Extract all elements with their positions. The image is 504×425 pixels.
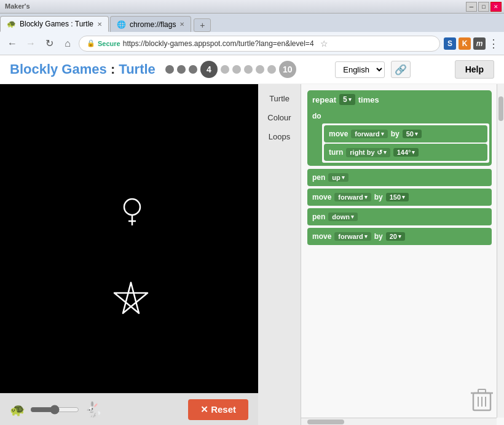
- address-input[interactable]: 🔒 Secure https://blockly-games.appspot.c…: [79, 36, 440, 52]
- block-move-2: move forward ▾ by 150 ▾: [307, 189, 492, 206]
- dot-6: [244, 65, 253, 74]
- menu-button[interactable]: ⋮: [488, 37, 499, 50]
- block-panel: Turtle Colour Loops repeat 5 ▾: [258, 84, 504, 425]
- browser-content: Blockly Games : Turtle 4 10 English: [0, 55, 504, 425]
- turtle-ring-symbol: [120, 198, 144, 231]
- move-value-1[interactable]: 50 ▾: [403, 130, 422, 138]
- turn-value[interactable]: 144° ▾: [393, 148, 419, 157]
- by-label-1: by: [391, 130, 400, 138]
- svg-marker-3: [114, 283, 148, 313]
- move-label-1: move: [329, 130, 348, 138]
- scrollbar-horizontal[interactable]: [301, 418, 497, 425]
- forward-dropdown-2[interactable]: forward ▾: [334, 193, 371, 201]
- title-bar-buttons: ─ □ ✕: [466, 2, 502, 12]
- back-button[interactable]: ←: [5, 36, 20, 51]
- new-tab-button[interactable]: +: [194, 18, 211, 32]
- tab-blockly-label: Blockly Games : Turtle: [20, 20, 93, 28]
- move-value-2[interactable]: 150 ▾: [386, 193, 409, 201]
- title-bar: Maker's ─ □ ✕: [0, 0, 504, 14]
- trash-icon: [471, 387, 493, 411]
- scrollbar-thumb-h: [307, 419, 344, 424]
- block-pen-down: pen down ▾: [307, 208, 492, 225]
- do-label: do: [312, 112, 321, 120]
- extension-icons: S K m ⋮: [444, 37, 499, 50]
- total-levels-badge[interactable]: 10: [279, 61, 296, 78]
- move-label-3: move: [312, 232, 331, 241]
- reset-button[interactable]: ✕ Reset: [188, 399, 248, 420]
- canvas-controls: 🐢 🐇 ✕ Reset: [0, 393, 258, 425]
- right-by-dropdown[interactable]: right by ↺ ▾: [346, 148, 390, 157]
- dot-7: [256, 65, 264, 74]
- maximize-button[interactable]: □: [478, 2, 489, 12]
- tab-flags-close[interactable]: ✕: [179, 21, 184, 28]
- tab-turtle[interactable]: Turtle: [258, 90, 301, 107]
- forward-button[interactable]: →: [23, 36, 38, 51]
- ext-icon-2[interactable]: K: [459, 37, 471, 50]
- svg-rect-6: [478, 389, 486, 393]
- times-label: times: [358, 95, 379, 104]
- app-controls: English 🔗: [335, 61, 411, 78]
- fast-turtle-icon: 🐇: [84, 401, 103, 418]
- close-button[interactable]: ✕: [490, 2, 502, 12]
- move-value-3[interactable]: 20 ▾: [386, 232, 405, 241]
- repeat-count-arrow: ▾: [348, 96, 352, 103]
- maker-label: Maker's: [5, 2, 30, 10]
- repeat-count-value: 5: [343, 95, 347, 104]
- ext-icon-3[interactable]: m: [473, 37, 486, 50]
- tab-blockly-close[interactable]: ✕: [97, 21, 102, 28]
- up-dropdown[interactable]: up ▾: [328, 173, 348, 182]
- forward-dropdown-1[interactable]: forward ▾: [351, 130, 387, 138]
- app-title: Blockly Games : Turtle: [10, 61, 156, 77]
- ext-icon-1[interactable]: S: [444, 37, 456, 50]
- repeat-label: repeat: [312, 95, 336, 104]
- by-label-2: by: [374, 193, 383, 201]
- tab-flags-favicon: 🌐: [117, 20, 126, 29]
- move-label-2: move: [312, 193, 331, 201]
- forward-dropdown-3[interactable]: forward ▾: [334, 232, 371, 241]
- app-title-part2: Turtle: [119, 61, 155, 77]
- help-button[interactable]: Help: [455, 60, 494, 79]
- blocks-workspace: repeat 5 ▾ times do: [301, 84, 504, 425]
- refresh-button[interactable]: ↻: [42, 36, 57, 51]
- bookmark-star[interactable]: ☆: [320, 39, 328, 49]
- repeat-count-input[interactable]: 5 ▾: [339, 94, 355, 105]
- link-button[interactable]: 🔗: [391, 61, 411, 78]
- star-drawing: [109, 279, 152, 327]
- block-move-3: move forward ▾ by 20 ▾: [307, 228, 492, 245]
- speed-slider[interactable]: [30, 405, 79, 415]
- canvas-area: 🐢 🐇 ✕ Reset: [0, 84, 258, 425]
- home-button[interactable]: ⌂: [60, 36, 75, 51]
- minimize-button[interactable]: ─: [466, 2, 477, 12]
- repeat-block-outer: repeat 5 ▾ times do: [307, 90, 492, 166]
- turn-label: turn: [329, 148, 343, 157]
- dot-5: [232, 65, 241, 74]
- block-group: repeat 5 ▾ times do: [307, 90, 492, 245]
- trash-area: [471, 387, 493, 414]
- pen-label-2: pen: [312, 212, 325, 221]
- do-label-row: do: [307, 109, 492, 123]
- app-header: Blockly Games : Turtle 4 10 English: [0, 55, 504, 84]
- level-dots: 4 10: [165, 61, 296, 78]
- tab-flags-label: chrome://flags: [130, 20, 176, 29]
- forward-label-2: forward: [338, 193, 363, 201]
- app-title-part1: Blockly Games: [10, 61, 107, 77]
- tab-flags[interactable]: 🌐 chrome://flags ✕: [110, 16, 191, 32]
- up-label: up: [332, 174, 340, 181]
- language-select[interactable]: English: [335, 61, 385, 78]
- current-level-badge[interactable]: 4: [200, 61, 218, 78]
- tab-bar: 🐢 Blockly Games : Turtle ✕ 🌐 chrome://fl…: [0, 14, 504, 32]
- down-dropdown[interactable]: down ▾: [328, 212, 358, 221]
- right-by-label: right by ↺: [350, 149, 382, 157]
- repeat-header: repeat 5 ▾ times: [307, 90, 492, 109]
- speed-control: 🐢 🐇: [10, 401, 103, 418]
- dot-2: [177, 65, 186, 74]
- tab-blockly[interactable]: 🐢 Blockly Games : Turtle ✕: [0, 16, 109, 32]
- scrollbar-vertical[interactable]: [497, 84, 504, 418]
- tab-blockly-favicon: 🐢: [7, 20, 16, 28]
- tab-loops[interactable]: Loops: [258, 128, 301, 145]
- dot-3: [189, 65, 197, 74]
- pen-label-1: pen: [312, 173, 325, 182]
- block-pen-up: pen up ▾: [307, 169, 492, 186]
- tab-colour[interactable]: Colour: [258, 109, 301, 126]
- dot-1: [165, 65, 174, 74]
